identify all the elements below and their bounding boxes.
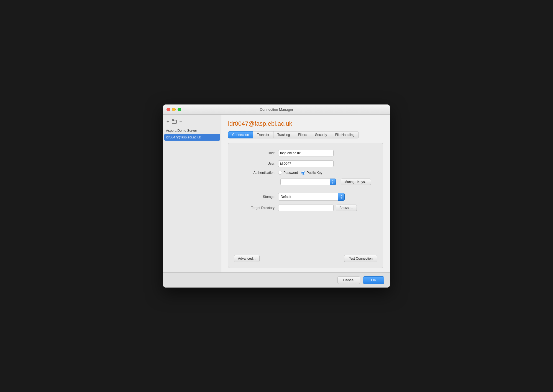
manage-keys-button[interactable]: Manage Keys... (341, 179, 371, 185)
target-dir-label: Target Directory: (234, 206, 278, 210)
tab-file-handling[interactable]: File Handling (331, 131, 359, 138)
storage-select[interactable]: Default (278, 193, 345, 201)
form-bottom: Advanced... Test Connection (234, 252, 377, 262)
auth-publickey-option[interactable]: Public Key (301, 171, 322, 175)
auth-label: Authentication: (234, 171, 278, 175)
advanced-button[interactable]: Advanced... (234, 255, 260, 262)
storage-row: Storage: Default ▲ ▼ (234, 193, 377, 201)
tab-transfer[interactable]: Transfer (253, 131, 273, 138)
tab-connection[interactable]: Connection (228, 131, 253, 138)
storage-label: Storage: (234, 195, 278, 199)
add-connection-button[interactable]: + (166, 118, 170, 125)
tabs-bar: Connection Transfer Tracking Filters Sec… (228, 131, 383, 138)
right-panel: idr0047@fasp.ebi.ac.uk Connection Transf… (221, 115, 390, 272)
target-dir-input[interactable] (278, 205, 334, 211)
user-input[interactable] (278, 160, 334, 167)
add-folder-button[interactable] (171, 119, 177, 124)
ok-button[interactable]: OK (363, 276, 384, 284)
storage-select-wrapper: Default ▲ ▼ (278, 193, 345, 201)
user-row: User: (234, 160, 377, 167)
tab-filters[interactable]: Filters (294, 131, 311, 138)
auth-options: Password Public Key (278, 171, 322, 175)
window-title: Connection Manager (260, 107, 293, 112)
sidebar: + – Aspera Demo Server idr0047@fasp.ebi.… (163, 115, 221, 272)
close-button[interactable] (167, 108, 170, 111)
minimize-button[interactable] (172, 108, 176, 111)
main-content: + – Aspera Demo Server idr0047@fasp.ebi.… (163, 115, 390, 272)
key-select-arrows: ▲ ▼ (330, 179, 336, 185)
sidebar-toolbar: + – (163, 117, 221, 127)
target-dir-row: Target Directory: Browse... (234, 205, 377, 211)
traffic-lights (167, 108, 181, 111)
titlebar: Connection Manager (163, 105, 390, 115)
storage-select-arrows: ▲ ▼ (338, 193, 345, 201)
maximize-button[interactable] (178, 108, 181, 111)
footer: Cancel OK (163, 272, 390, 287)
key-select-wrapper: ▲ ▼ (280, 179, 336, 185)
auth-password-option[interactable]: Password (278, 171, 298, 175)
tab-security[interactable]: Security (311, 131, 331, 138)
host-label: Host: (234, 151, 278, 155)
form-area: Host: User: Authentication: Password (228, 143, 383, 268)
folder-icon (172, 119, 177, 124)
host-row: Host: (234, 150, 377, 156)
tab-tracking[interactable]: Tracking (273, 131, 294, 138)
sidebar-item-aspera-demo[interactable]: Aspera Demo Server (163, 127, 221, 134)
browse-button[interactable]: Browse... (336, 205, 357, 211)
host-input[interactable] (278, 150, 334, 156)
sidebar-item-idr0047[interactable]: idr0047@fasp.ebi.ac.uk (164, 134, 220, 141)
remove-connection-button[interactable]: – (179, 118, 183, 125)
connection-name-title: idr0047@fasp.ebi.ac.uk (228, 120, 383, 127)
publickey-radio[interactable] (301, 171, 305, 175)
key-row: ▲ ▼ Manage Keys... (234, 179, 377, 185)
cancel-button[interactable]: Cancel (337, 276, 360, 284)
auth-row: Authentication: Password Public Key (234, 171, 377, 175)
password-radio[interactable] (278, 171, 282, 175)
connection-manager-window: Connection Manager + – Aspera Demo Serve… (163, 104, 390, 288)
user-label: User: (234, 162, 278, 166)
key-select[interactable] (280, 179, 336, 185)
test-connection-button[interactable]: Test Connection (344, 255, 377, 262)
